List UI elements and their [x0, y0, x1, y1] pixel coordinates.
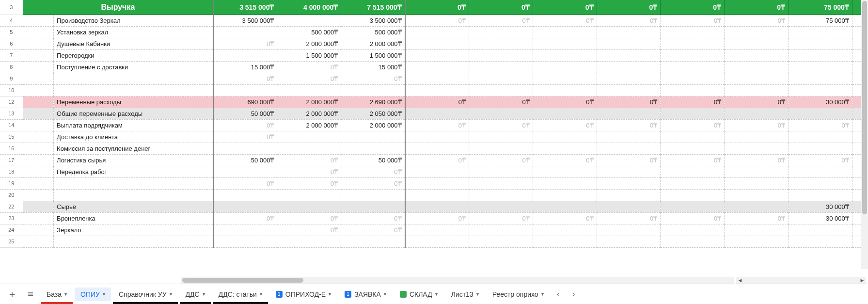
data-cell[interactable]: 0₸ — [533, 15, 597, 26]
data-cell[interactable] — [788, 177, 852, 189]
header-value[interactable]: 3 515 000₸ — [213, 0, 277, 15]
sheet-tab[interactable]: Лист13▾ — [445, 288, 485, 301]
horizontal-scrollbar[interactable] — [181, 277, 734, 284]
data-cell[interactable]: 0₸ — [213, 212, 277, 224]
data-cell[interactable] — [661, 73, 725, 84]
header-value[interactable]: 0₸ — [469, 0, 533, 15]
vertical-scrollbar-thumb[interactable] — [862, 1, 867, 214]
row-header[interactable]: 6 — [0, 38, 23, 49]
data-cell[interactable] — [533, 84, 597, 96]
data-cell[interactable] — [597, 131, 661, 143]
data-cell[interactable] — [661, 84, 725, 96]
data-cell[interactable] — [788, 61, 852, 73]
data-cell[interactable]: 0₸ — [597, 119, 661, 131]
indent-cell[interactable] — [23, 166, 54, 177]
data-cell[interactable] — [788, 166, 852, 177]
data-cell[interactable] — [725, 38, 789, 49]
data-cell[interactable] — [533, 143, 597, 154]
data-cell[interactable] — [661, 177, 725, 189]
data-cell[interactable] — [597, 224, 661, 236]
data-cell[interactable] — [661, 26, 725, 38]
data-cell[interactable] — [533, 73, 597, 84]
data-cell[interactable] — [405, 224, 469, 236]
data-cell[interactable] — [597, 73, 661, 84]
data-cell[interactable]: 0₸ — [469, 15, 533, 26]
caret-down-icon[interactable]: ▾ — [64, 291, 67, 297]
data-cell[interactable] — [213, 26, 277, 38]
data-cell[interactable] — [341, 84, 405, 96]
row-header[interactable]: 3 — [0, 0, 23, 15]
data-cell[interactable] — [213, 224, 277, 236]
row-label[interactable] — [54, 84, 214, 96]
header-value[interactable]: 75 000₸ — [788, 0, 852, 15]
sheet-tab[interactable]: 1ОПРИХОД-Е▾ — [270, 288, 337, 301]
data-cell[interactable] — [405, 131, 469, 143]
data-cell[interactable] — [469, 73, 533, 84]
spreadsheet-grid[interactable]: 3Выручка3 515 000₸4 000 000₸7 515 000₸0₸… — [0, 0, 868, 284]
data-cell[interactable]: 15 000₸ — [213, 61, 277, 73]
data-cell[interactable] — [405, 84, 469, 96]
tabs-scroll-left-button[interactable]: ‹ — [552, 288, 565, 301]
data-cell[interactable] — [405, 38, 469, 49]
data-cell[interactable] — [213, 236, 277, 247]
data-cell[interactable]: 0₸ — [277, 212, 341, 224]
data-cell[interactable]: 1 500 000₸ — [277, 49, 341, 61]
data-cell[interactable]: 0₸ — [405, 119, 469, 131]
data-cell[interactable] — [597, 84, 661, 96]
indent-cell[interactable] — [23, 201, 54, 212]
indent-cell[interactable] — [23, 61, 54, 73]
data-cell[interactable] — [533, 236, 597, 247]
data-cell[interactable] — [661, 61, 725, 73]
data-cell[interactable] — [533, 177, 597, 189]
data-cell[interactable]: 0₸ — [469, 212, 533, 224]
data-cell[interactable] — [405, 177, 469, 189]
data-cell[interactable]: 15 000₸ — [341, 61, 405, 73]
data-cell[interactable] — [533, 61, 597, 73]
row-header[interactable]: 7 — [0, 49, 23, 61]
data-cell[interactable] — [533, 38, 597, 49]
data-cell[interactable]: 0₸ — [341, 224, 405, 236]
indent-cell[interactable] — [23, 119, 54, 131]
tabs-scroll-right-button[interactable]: › — [567, 288, 581, 301]
data-cell[interactable] — [533, 131, 597, 143]
row-label[interactable]: Сырье — [54, 201, 214, 212]
row-header[interactable]: 22 — [0, 201, 23, 212]
row-header[interactable]: 13 — [0, 108, 23, 119]
data-cell[interactable]: 0₸ — [597, 154, 661, 166]
data-cell[interactable]: 2 050 000₸ — [341, 108, 405, 119]
row-label[interactable]: Зеркало — [54, 224, 214, 236]
data-cell[interactable] — [661, 131, 725, 143]
data-cell[interactable] — [405, 201, 469, 212]
horizontal-scrollbar-thumb[interactable] — [182, 278, 303, 283]
data-cell[interactable] — [788, 26, 852, 38]
data-cell[interactable]: 0₸ — [725, 15, 789, 26]
indent-cell[interactable] — [23, 224, 54, 236]
sheet-tab[interactable]: СКЛАД▾ — [394, 288, 443, 301]
data-cell[interactable] — [469, 38, 533, 49]
indent-cell[interactable] — [23, 131, 54, 143]
data-cell[interactable] — [277, 236, 341, 247]
row-header[interactable]: 19 — [0, 177, 23, 189]
data-cell[interactable] — [661, 201, 725, 212]
data-cell[interactable]: 2 000 000₸ — [277, 38, 341, 49]
sheet-tab[interactable]: 1ЗАЯВКА▾ — [339, 288, 392, 301]
data-cell[interactable]: 0₸ — [661, 119, 725, 131]
data-cell[interactable]: 0₸ — [788, 154, 852, 166]
sheet-tab[interactable]: ОПИУ▾ — [75, 288, 111, 301]
data-cell[interactable]: 0₸ — [341, 166, 405, 177]
row-label[interactable]: Выплата подрядчикам — [54, 119, 214, 131]
data-cell[interactable] — [788, 189, 852, 201]
data-cell[interactable] — [725, 49, 789, 61]
data-cell[interactable] — [661, 143, 725, 154]
caret-down-icon[interactable]: ▾ — [329, 291, 331, 297]
data-cell[interactable] — [788, 224, 852, 236]
add-sheet-button[interactable]: ＋ — [4, 286, 20, 303]
indent-cell[interactable] — [23, 177, 54, 189]
data-cell[interactable] — [597, 177, 661, 189]
row-label[interactable]: Общие переменные расходы — [54, 108, 214, 119]
data-cell[interactable]: 0₸ — [533, 154, 597, 166]
data-cell[interactable] — [469, 236, 533, 247]
data-cell[interactable] — [597, 61, 661, 73]
data-cell[interactable] — [341, 143, 405, 154]
indent-cell[interactable] — [23, 49, 54, 61]
